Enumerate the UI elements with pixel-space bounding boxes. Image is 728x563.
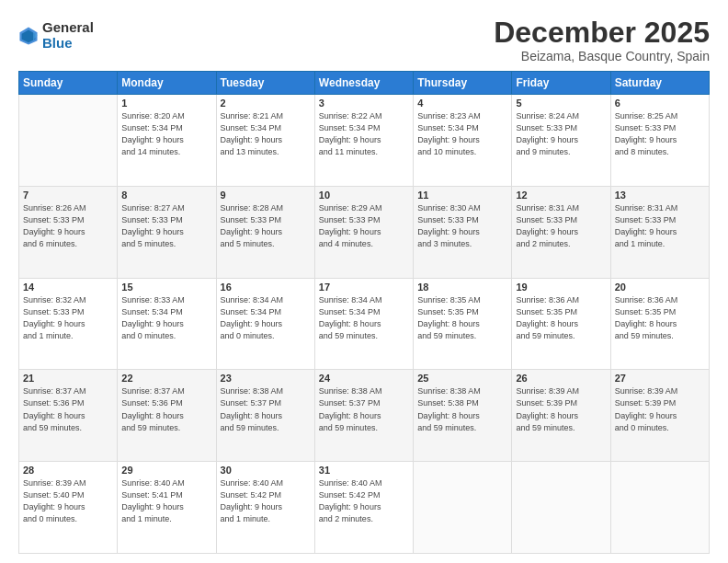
day-info: Sunrise: 8:34 AMSunset: 5:34 PMDaylight:…: [319, 294, 409, 342]
calendar-cell: 31Sunrise: 8:40 AMSunset: 5:42 PMDayligh…: [314, 462, 413, 554]
day-number: 15: [121, 282, 211, 293]
day-number: 6: [615, 98, 705, 109]
day-info: Sunrise: 8:39 AMSunset: 5:39 PMDaylight:…: [615, 385, 705, 433]
day-info: Sunrise: 8:27 AMSunset: 5:33 PMDaylight:…: [121, 202, 211, 250]
day-info: Sunrise: 8:29 AMSunset: 5:33 PMDaylight:…: [319, 202, 409, 250]
day-info: Sunrise: 8:39 AMSunset: 5:39 PMDaylight:…: [516, 385, 606, 433]
month-title: December 2025: [494, 17, 710, 49]
day-number: 18: [417, 282, 507, 293]
day-number: 13: [615, 190, 705, 201]
calendar-header-monday: Monday: [118, 72, 216, 95]
calendar-week-row: 28Sunrise: 8:39 AMSunset: 5:40 PMDayligh…: [19, 462, 710, 554]
calendar-cell: 12Sunrise: 8:31 AMSunset: 5:33 PMDayligh…: [512, 186, 610, 278]
day-info: Sunrise: 8:24 AMSunset: 5:33 PMDaylight:…: [516, 110, 606, 158]
logo-icon: [18, 26, 39, 46]
day-info: Sunrise: 8:23 AMSunset: 5:34 PMDaylight:…: [417, 110, 507, 158]
calendar-cell: 6Sunrise: 8:25 AMSunset: 5:33 PMDaylight…: [610, 95, 709, 187]
day-number: 10: [319, 190, 409, 201]
day-info: Sunrise: 8:28 AMSunset: 5:33 PMDaylight:…: [221, 202, 311, 250]
day-info: Sunrise: 8:22 AMSunset: 5:34 PMDaylight:…: [319, 110, 409, 158]
calendar-cell: 14Sunrise: 8:32 AMSunset: 5:33 PMDayligh…: [19, 278, 118, 370]
calendar-cell: 20Sunrise: 8:36 AMSunset: 5:35 PMDayligh…: [610, 278, 709, 370]
calendar-week-row: 14Sunrise: 8:32 AMSunset: 5:33 PMDayligh…: [19, 278, 710, 370]
day-number: 30: [221, 465, 311, 476]
calendar-header-saturday: Saturday: [610, 72, 709, 95]
title-block: December 2025 Beizama, Basque Country, S…: [494, 17, 710, 63]
day-number: 25: [417, 373, 507, 384]
calendar-cell: 1Sunrise: 8:20 AMSunset: 5:34 PMDaylight…: [118, 95, 216, 187]
calendar-cell: 25Sunrise: 8:38 AMSunset: 5:38 PMDayligh…: [414, 370, 512, 462]
logo: General Blue: [18, 20, 94, 51]
calendar-cell: 11Sunrise: 8:30 AMSunset: 5:33 PMDayligh…: [414, 186, 512, 278]
calendar-header-thursday: Thursday: [414, 72, 512, 95]
calendar-cell: 2Sunrise: 8:21 AMSunset: 5:34 PMDaylight…: [216, 95, 314, 187]
day-number: 19: [516, 282, 606, 293]
calendar-cell: 18Sunrise: 8:35 AMSunset: 5:35 PMDayligh…: [414, 278, 512, 370]
day-info: Sunrise: 8:31 AMSunset: 5:33 PMDaylight:…: [615, 202, 705, 250]
day-number: 7: [23, 190, 113, 201]
calendar-week-row: 7Sunrise: 8:26 AMSunset: 5:33 PMDaylight…: [19, 186, 710, 278]
day-number: 24: [319, 373, 409, 384]
calendar-week-row: 21Sunrise: 8:37 AMSunset: 5:36 PMDayligh…: [19, 370, 710, 462]
header: General Blue December 2025 Beizama, Basq…: [18, 17, 710, 63]
calendar-cell: 29Sunrise: 8:40 AMSunset: 5:41 PMDayligh…: [118, 462, 216, 554]
day-info: Sunrise: 8:37 AMSunset: 5:36 PMDaylight:…: [23, 385, 113, 433]
calendar-cell: 30Sunrise: 8:40 AMSunset: 5:42 PMDayligh…: [216, 462, 314, 554]
day-number: 11: [417, 190, 507, 201]
day-info: Sunrise: 8:20 AMSunset: 5:34 PMDaylight:…: [121, 110, 211, 158]
calendar-header-tuesday: Tuesday: [216, 72, 314, 95]
day-info: Sunrise: 8:26 AMSunset: 5:33 PMDaylight:…: [23, 202, 113, 250]
day-number: 31: [319, 465, 409, 476]
calendar-cell: 13Sunrise: 8:31 AMSunset: 5:33 PMDayligh…: [610, 186, 709, 278]
day-info: Sunrise: 8:25 AMSunset: 5:33 PMDaylight:…: [615, 110, 705, 158]
day-info: Sunrise: 8:37 AMSunset: 5:36 PMDaylight:…: [121, 385, 211, 433]
day-number: 14: [23, 282, 113, 293]
calendar-cell: 22Sunrise: 8:37 AMSunset: 5:36 PMDayligh…: [118, 370, 216, 462]
calendar-cell: 23Sunrise: 8:38 AMSunset: 5:37 PMDayligh…: [216, 370, 314, 462]
calendar-week-row: 1Sunrise: 8:20 AMSunset: 5:34 PMDaylight…: [19, 95, 710, 187]
page: General Blue December 2025 Beizama, Basq…: [0, 0, 728, 563]
day-info: Sunrise: 8:40 AMSunset: 5:41 PMDaylight:…: [121, 477, 211, 525]
day-info: Sunrise: 8:38 AMSunset: 5:37 PMDaylight:…: [221, 385, 311, 433]
calendar-cell: 3Sunrise: 8:22 AMSunset: 5:34 PMDaylight…: [314, 95, 413, 187]
calendar-cell: 19Sunrise: 8:36 AMSunset: 5:35 PMDayligh…: [512, 278, 610, 370]
day-info: Sunrise: 8:40 AMSunset: 5:42 PMDaylight:…: [319, 477, 409, 525]
calendar-cell: 5Sunrise: 8:24 AMSunset: 5:33 PMDaylight…: [512, 95, 610, 187]
day-number: 29: [121, 465, 211, 476]
day-number: 16: [221, 282, 311, 293]
day-number: 12: [516, 190, 606, 201]
day-info: Sunrise: 8:36 AMSunset: 5:35 PMDaylight:…: [516, 294, 606, 342]
calendar-cell: 9Sunrise: 8:28 AMSunset: 5:33 PMDaylight…: [216, 186, 314, 278]
calendar-cell: 15Sunrise: 8:33 AMSunset: 5:34 PMDayligh…: [118, 278, 216, 370]
day-info: Sunrise: 8:34 AMSunset: 5:34 PMDaylight:…: [221, 294, 311, 342]
location: Beizama, Basque Country, Spain: [494, 49, 710, 63]
calendar-cell: 16Sunrise: 8:34 AMSunset: 5:34 PMDayligh…: [216, 278, 314, 370]
calendar-cell: 21Sunrise: 8:37 AMSunset: 5:36 PMDayligh…: [19, 370, 118, 462]
calendar-cell: 24Sunrise: 8:38 AMSunset: 5:37 PMDayligh…: [314, 370, 413, 462]
calendar-cell: 10Sunrise: 8:29 AMSunset: 5:33 PMDayligh…: [314, 186, 413, 278]
day-info: Sunrise: 8:32 AMSunset: 5:33 PMDaylight:…: [23, 294, 113, 342]
calendar-cell: [610, 462, 709, 554]
day-number: 26: [516, 373, 606, 384]
day-info: Sunrise: 8:38 AMSunset: 5:37 PMDaylight:…: [319, 385, 409, 433]
day-number: 27: [615, 373, 705, 384]
day-info: Sunrise: 8:36 AMSunset: 5:35 PMDaylight:…: [615, 294, 705, 342]
day-info: Sunrise: 8:40 AMSunset: 5:42 PMDaylight:…: [221, 477, 311, 525]
day-number: 3: [319, 98, 409, 109]
day-info: Sunrise: 8:39 AMSunset: 5:40 PMDaylight:…: [23, 477, 113, 525]
day-number: 2: [221, 98, 311, 109]
calendar-header-friday: Friday: [512, 72, 610, 95]
calendar-header-wednesday: Wednesday: [314, 72, 413, 95]
day-number: 8: [121, 190, 211, 201]
day-number: 20: [615, 282, 705, 293]
calendar-cell: 8Sunrise: 8:27 AMSunset: 5:33 PMDaylight…: [118, 186, 216, 278]
day-info: Sunrise: 8:38 AMSunset: 5:38 PMDaylight:…: [417, 385, 507, 433]
day-number: 1: [121, 98, 211, 109]
day-info: Sunrise: 8:35 AMSunset: 5:35 PMDaylight:…: [417, 294, 507, 342]
day-number: 17: [319, 282, 409, 293]
day-info: Sunrise: 8:31 AMSunset: 5:33 PMDaylight:…: [516, 202, 606, 250]
calendar-cell: 17Sunrise: 8:34 AMSunset: 5:34 PMDayligh…: [314, 278, 413, 370]
calendar-cell: 26Sunrise: 8:39 AMSunset: 5:39 PMDayligh…: [512, 370, 610, 462]
calendar-header-sunday: Sunday: [19, 72, 118, 95]
day-number: 23: [221, 373, 311, 384]
